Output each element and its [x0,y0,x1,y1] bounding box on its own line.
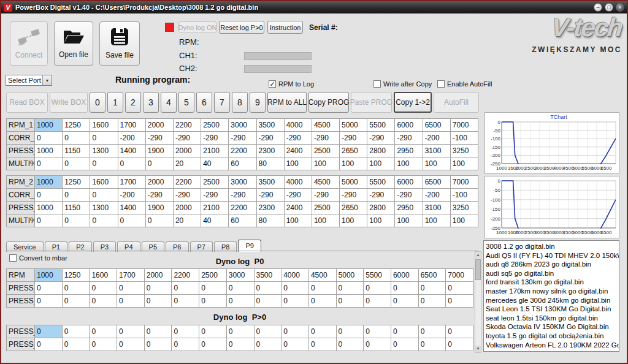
table-cell[interactable]: 100 [395,157,422,170]
table-cell[interactable]: -200 [118,132,145,144]
table-cell[interactable]: 0 [35,338,62,351]
table-cell[interactable]: 2500 [201,119,228,131]
table-cell[interactable]: 0 [145,338,172,351]
table-cell[interactable]: 0 [117,282,144,294]
copy-prog-button[interactable]: Copy PROG [308,92,349,113]
table-cell[interactable]: 1000 [35,176,62,188]
table-cell[interactable]: 80 [257,157,284,170]
table-cell[interactable]: 1250 [63,119,90,131]
table-cell[interactable]: 2300 [257,145,284,157]
table-cell[interactable]: -290 [229,189,256,201]
table-cell[interactable]: 0 [281,325,308,338]
table-cell[interactable]: 2650 [340,202,367,214]
table-cell[interactable]: 100 [312,157,339,170]
table-cell[interactable]: 1600 [90,176,117,188]
table-cell[interactable]: 0 [35,189,62,201]
table-cell[interactable]: 1900 [146,202,173,214]
table-cell[interactable]: 0 [337,295,364,307]
table-cell[interactable]: 100 [285,214,312,227]
table-cell[interactable]: -290 [395,189,422,201]
table-cell[interactable]: 1300 [90,202,117,214]
table-cell[interactable]: 5000 [340,176,367,188]
table-cell[interactable]: 2000 [146,176,173,188]
table-cell[interactable]: 0 [419,295,446,307]
table-cell[interactable]: 2950 [395,202,422,214]
open-file-button[interactable]: Open file [54,21,93,66]
file-list-item[interactable]: master 170km nowy silnik go digital.bin [486,287,619,296]
table-cell[interactable]: -290 [174,189,201,201]
table-cell[interactable]: 5500 [364,269,391,281]
table-cell[interactable]: -290 [257,189,284,201]
minimize-button[interactable]: – [594,3,602,12]
table-cell[interactable]: 6500 [419,269,446,281]
table-cell[interactable]: 0 [63,157,90,170]
table-cell[interactable]: 0 [309,282,336,294]
table-cell[interactable]: 0 [90,157,117,170]
table-cell[interactable]: 0 [446,338,473,351]
table-cell[interactable]: 1000 [35,202,62,214]
table-cell[interactable]: 0 [255,338,281,351]
table-cell[interactable]: 2000 [145,269,172,281]
table-cell[interactable]: 0 [63,325,90,338]
table-cell[interactable]: 80 [257,214,284,227]
table-cell[interactable]: 5000 [340,119,367,131]
connect-button[interactable]: Connect [10,21,48,66]
table-cell[interactable]: -290 [312,189,339,201]
table-cell[interactable]: 0 [199,338,226,351]
table-cell[interactable]: 60 [229,157,256,170]
table-cell[interactable]: 1400 [118,145,145,157]
digit-button-9[interactable]: 9 [250,92,266,113]
table-cell[interactable]: 0 [227,282,254,294]
table-cell[interactable]: 0 [309,338,336,351]
copy-1-2-button[interactable]: Copy 1->2 [394,92,432,113]
table-cell[interactable]: 0 [419,282,446,294]
table-cell[interactable]: 0 [281,338,308,351]
instruction-button[interactable]: Instruction [267,21,303,34]
table-cell[interactable]: 100 [340,214,367,227]
table-cell[interactable]: 2500 [312,202,339,214]
table-cell[interactable]: 5500 [367,119,394,131]
table-cell[interactable]: -290 [201,132,228,144]
table-cell[interactable]: 100 [451,214,478,227]
table-cell[interactable]: -290 [340,189,367,201]
table-cell[interactable]: 6000 [391,269,418,281]
file-list-item[interactable]: Seat Leon 1.5 TSI 130KM Go Digital.bin [486,305,619,314]
table-cell[interactable]: -290 [285,132,312,144]
table-cell[interactable]: 2200 [174,176,201,188]
table-cell[interactable]: 0 [255,282,281,294]
table-cell[interactable]: 2000 [146,119,173,131]
table-cell[interactable]: 1400 [118,202,145,214]
table-cell[interactable]: 0 [172,338,199,351]
file-list-item[interactable]: Skoda Octavia IV 150KM Go Digital.bin [486,322,619,332]
table-cell[interactable]: 1150 [63,202,90,214]
rpm-to-log-checkbox[interactable]: ✓RPM to Log [269,80,314,88]
rpm-to-all-button[interactable]: RPM to ALL [267,92,307,113]
select-port-dropdown[interactable]: Select Port ▼ [6,75,52,86]
table-cell[interactable]: 0 [63,338,90,351]
file-list-item[interactable]: Audi Q5 II (FY FL) 40 TDI MHEV 2.0 150kW… [486,251,619,260]
table-cell[interactable]: -290 [146,132,173,144]
table-cell[interactable]: 3500 [257,119,284,131]
table-cell[interactable]: 0 [364,282,391,294]
table-cell[interactable]: 6500 [423,176,450,188]
checkbox-box[interactable] [373,80,381,88]
table-cell[interactable]: 2500 [312,145,339,157]
table-cell[interactable]: 2650 [340,145,367,157]
table-cell[interactable]: 0 [146,157,173,170]
write-after-copy-checkbox[interactable]: Write after Copy [373,80,432,88]
dyno-log-on-button[interactable]: Dyno log ON [178,21,216,33]
table-cell[interactable]: 1700 [117,269,144,281]
table-cell[interactable]: 2200 [174,119,201,131]
table-cell[interactable]: 3000 [229,176,256,188]
table-cell[interactable]: 0 [199,295,226,307]
table-cell[interactable]: 40 [201,214,228,227]
table-cell[interactable]: 1150 [63,145,90,157]
file-list-item[interactable]: 3008 1.2 go digital.bin [486,242,619,251]
save-file-button[interactable]: Save file [99,21,140,66]
table-cell[interactable]: 0 [227,295,254,307]
scrollbar-thumb[interactable] [475,259,481,280]
table-cell[interactable]: 4000 [281,269,308,281]
table-cell[interactable]: -100 [451,189,478,201]
digit-button-6[interactable]: 6 [196,92,212,113]
table-cell[interactable]: 1900 [146,145,173,157]
